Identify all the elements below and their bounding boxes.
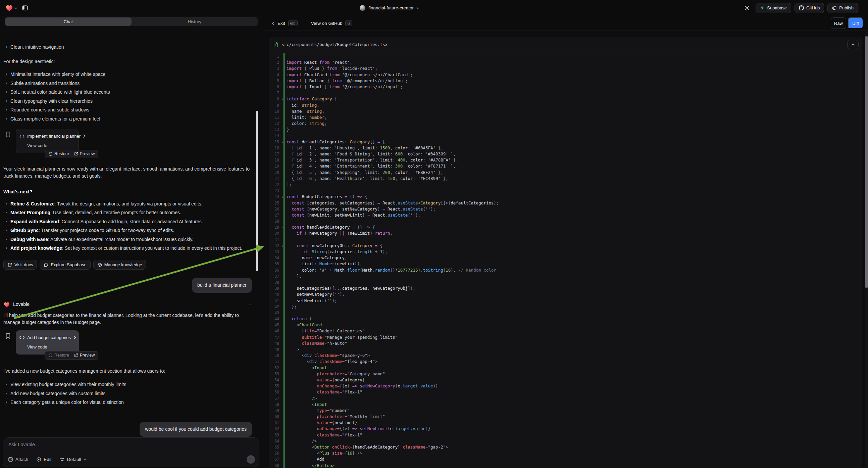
code-icon	[20, 134, 25, 138]
diff-toggle-button[interactable]: Diff	[848, 18, 863, 29]
assistant-name: Lovable	[13, 301, 30, 308]
view-on-github-label: View on GitHub	[311, 21, 343, 26]
preview-button[interactable]: Preview	[74, 150, 95, 157]
project-selector[interactable]: financial-future-creator	[359, 0, 420, 16]
visit-docs-button[interactable]: Visit docs	[3, 260, 37, 270]
lovable-heart-icon	[5, 4, 13, 11]
code-line: const [categories, setCategories] = Reac…	[286, 200, 862, 206]
line-number: 16	[269, 145, 283, 151]
exit-label: Exit	[277, 21, 285, 26]
scrollbar-thumb[interactable]	[865, 36, 868, 288]
line-number: 38	[269, 279, 283, 285]
tab-chat[interactable]: Chat	[5, 18, 131, 26]
code-line: <div className="flex gap-4">	[286, 358, 862, 364]
line-number: 44	[269, 316, 283, 322]
code-editor: 12345678∨9101112131415∨16171819202122232…	[269, 51, 862, 468]
restore-button[interactable]: Restore	[48, 150, 69, 157]
version-card-implement-financial-planner[interactable]: Implement financial planner View code Re…	[16, 129, 79, 153]
line-number: 37	[269, 273, 283, 279]
version-card-title: Add budget categories	[27, 334, 71, 341]
view-code-link[interactable]: View code	[27, 344, 75, 351]
tab-history[interactable]: History	[131, 18, 258, 26]
view-on-github-button[interactable]: View on GitHub G	[311, 21, 352, 26]
line-number: 1	[269, 53, 283, 59]
attach-button[interactable]: Attach	[8, 457, 28, 462]
line-number: 8∨	[269, 96, 283, 102]
chat-scrollbar[interactable]	[256, 111, 258, 271]
fold-chevron-icon[interactable]: ∨	[281, 243, 283, 249]
code-viewer-header: Exit esc View on GitHub G Raw Diff	[264, 16, 868, 31]
explore-supabase-label: Explore Supabase	[51, 262, 86, 267]
restore-label: Restore	[54, 352, 69, 359]
code-line: { id: '5', name: 'Shopping', limit: 200,…	[286, 170, 862, 176]
collapse-file-button[interactable]	[847, 40, 859, 49]
sidebar-toggle-button[interactable]	[20, 3, 30, 13]
file-header: src/components/budget/BudgetCategories.t…	[269, 38, 862, 51]
list-item: Subtle animations and transitions	[3, 80, 252, 87]
line-number: 52	[269, 365, 283, 371]
list-item: Soft, neutral color palette with light b…	[3, 89, 252, 96]
edit-button[interactable]: Edit	[36, 457, 51, 462]
chat-input[interactable]	[8, 442, 254, 447]
line-number: 33	[269, 249, 283, 255]
chat-history-tabs: Chat History	[5, 17, 258, 26]
github-button[interactable]: GitHub	[795, 3, 824, 13]
code-line: color: '#' + Math.floor(Math.random()*16…	[286, 267, 862, 273]
code-line: setNewLimit('');	[286, 298, 862, 304]
code-line	[286, 310, 862, 316]
explore-supabase-button[interactable]: Explore Supabase	[39, 260, 90, 270]
line-number: 13	[269, 126, 283, 133]
manage-knowledge-label: Manage knowledge	[104, 262, 142, 267]
whats-next-list: Refine & Customize: Tweak the design, an…	[3, 200, 252, 252]
line-number: 22	[269, 182, 283, 188]
line-number: 35	[269, 261, 283, 267]
line-number: 50	[269, 352, 283, 358]
file-path: src/components/budget/BudgetCategories.t…	[281, 42, 388, 47]
line-number: 28	[269, 218, 283, 224]
list-item: Each category gets a unique color for vi…	[3, 399, 252, 406]
preview-label: Preview	[80, 352, 95, 359]
line-number: 43	[269, 310, 283, 316]
settings-button[interactable]	[742, 3, 752, 13]
code-line: import ChartCard from '@/components/ui/C…	[286, 72, 862, 78]
code-line: const newCategoryObj: Category = {	[286, 243, 862, 249]
raw-toggle-button[interactable]: Raw	[831, 18, 846, 29]
mode-selector[interactable]: Default	[60, 457, 87, 462]
code-line: id: String(categories.length + 1),	[286, 249, 862, 255]
line-number: 32∨	[269, 243, 283, 249]
code-line: { id: '4', name: 'Entertainment', limit:…	[286, 163, 862, 169]
version-card-add-budget-categories[interactable]: Add budget categories View code Restore	[16, 330, 79, 354]
external-link-icon	[7, 263, 12, 267]
view-code-link[interactable]: View code	[27, 142, 75, 149]
line-number: 11	[269, 115, 283, 120]
exit-button[interactable]: Exit esc	[272, 21, 298, 26]
fold-chevron-icon[interactable]: ∨	[281, 225, 283, 231]
code-line: onChange={(e) => setNewLimit(e.target.va…	[286, 426, 862, 432]
manage-knowledge-button[interactable]: Manage knowledge	[93, 260, 146, 270]
line-number: 61	[269, 420, 283, 426]
publish-button[interactable]: Publish	[828, 3, 858, 13]
supabase-icon	[760, 5, 765, 10]
fold-chevron-icon[interactable]: ∨	[281, 139, 283, 145]
code-line: className="flex-1"	[286, 389, 862, 395]
fold-chevron-icon[interactable]: ∨	[281, 194, 283, 200]
line-number: 64	[269, 438, 283, 444]
version-card-row: Add budget categories View code Restore	[3, 330, 252, 360]
window-scrollbar[interactable]	[865, 32, 868, 468]
fold-chevron-icon[interactable]: ∨	[281, 96, 283, 103]
chat-bubble-icon	[43, 263, 48, 267]
chevron-down-icon	[84, 459, 86, 460]
code-line: value={newCategory}	[286, 377, 862, 383]
line-number: 6	[269, 84, 283, 90]
added-features-list: View existing budget categories with the…	[3, 381, 252, 406]
file-added-icon	[274, 41, 278, 47]
lovable-logo-menu[interactable]	[5, 4, 18, 11]
restore-button[interactable]: Restore	[48, 352, 69, 359]
code-line: { id: '1', name: 'Housing', limit: 1500,…	[286, 145, 862, 151]
send-button[interactable]	[247, 455, 255, 464]
supabase-button[interactable]: Supabase	[755, 3, 791, 13]
line-number: 3	[269, 65, 283, 71]
more-options-icon[interactable]: ···	[245, 301, 252, 308]
preview-button[interactable]: Preview	[74, 352, 95, 359]
line-number: 48	[269, 341, 283, 347]
